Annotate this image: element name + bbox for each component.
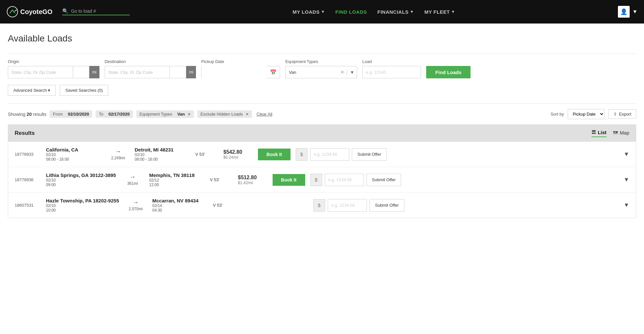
nav-financials[interactable]: FINANCIALS ▼ <box>377 9 414 15</box>
nav-my-loads[interactable]: MY LOADS ▼ <box>292 9 325 15</box>
equipment-wrap[interactable]: Van ✕ | ▼ <box>285 66 357 78</box>
load-dest-2: Mccarran, NV 89434 02/14 04:30 <box>152 198 208 213</box>
submit-offer-button-2[interactable]: Submit Offer <box>369 199 404 212</box>
find-loads-button[interactable]: Find Loads <box>426 66 471 78</box>
origin-group: Origin 100 mi <box>8 59 99 78</box>
origin-input-row: 100 mi <box>8 66 99 78</box>
offer-area-2: $ Submit Offer <box>313 199 618 212</box>
arrow-icon-0: → <box>115 148 121 155</box>
pickup-date-group: Pickup Date 02/10/2020 - 02/17/2020 📅 <box>201 59 280 78</box>
load-search-input[interactable] <box>71 8 130 14</box>
load-id-0: 18778933 <box>15 152 41 157</box>
submit-offer-button-1[interactable]: Submit Offer <box>367 174 401 186</box>
avatar[interactable]: 👤 <box>618 6 630 18</box>
results-header: Results ☰ List 🗺 Map <box>8 125 636 142</box>
saved-searches-button[interactable]: Saved Searches (0) <box>60 85 108 96</box>
load-row: 18778933 California, CA 02/10 08:00 - 16… <box>8 142 636 167</box>
origin-radius-input[interactable]: 100 <box>73 66 89 78</box>
map-view-button[interactable]: 🗺 Map <box>613 130 629 137</box>
equipment-clear-button[interactable]: ✕ <box>338 70 346 75</box>
results-title: Results <box>15 130 35 136</box>
load-row: 18607531 Hazle Township, PA 18202-9255 0… <box>8 193 636 218</box>
user-dropdown-button[interactable]: ▼ <box>632 9 637 15</box>
arrow-icon-2: → <box>133 199 139 206</box>
export-button[interactable]: ⇧ Export <box>608 109 636 119</box>
offer-area-0: $ Submit Offer <box>296 148 618 161</box>
page-title: Available Loads <box>8 33 636 44</box>
mid-divider <box>8 103 636 104</box>
navbar: CoyoteGO 🔍 MY LOADS ▼ FIND LOADS FINANCI… <box>0 0 644 24</box>
row-expand-1[interactable]: ▼ <box>623 176 629 183</box>
submit-offer-button-0[interactable]: Submit Offer <box>352 148 387 161</box>
nav-find-loads[interactable]: FIND LOADS <box>336 9 367 15</box>
date-input-wrap[interactable]: 02/10/2020 - 02/17/2020 📅 <box>201 66 280 78</box>
map-icon: 🗺 <box>613 130 618 135</box>
list-icon: ☰ <box>592 129 596 135</box>
pickup-date-label: Pickup Date <box>201 59 280 64</box>
advanced-search-button[interactable]: Advanced Search ▾ <box>8 85 56 96</box>
row-expand-2[interactable]: ▼ <box>623 202 629 209</box>
remove-equipment-filter[interactable]: ✕ <box>187 112 191 117</box>
origin-input[interactable] <box>8 66 73 78</box>
offer-input-2[interactable] <box>328 199 367 212</box>
load-id-2: 18607531 <box>15 203 41 208</box>
load-input[interactable] <box>362 66 421 78</box>
dest-radius-input[interactable]: 100 <box>170 66 186 78</box>
load-arrow-1: → 361mi <box>121 174 144 186</box>
main-content: Available Loads Origin 100 mi Destinatio… <box>0 24 644 228</box>
list-view-button[interactable]: ☰ List <box>592 129 607 137</box>
equipment-group: Equipment Types Van ✕ | ▼ <box>285 59 357 78</box>
nav-right: 👤 ▼ <box>618 6 637 18</box>
dest-radius-badge: mi <box>186 66 196 78</box>
offer-input-0[interactable] <box>310 148 349 161</box>
load-row: 18778936 Lithia Springs, GA 30122-3895 0… <box>8 167 636 193</box>
nav-my-fleet[interactable]: MY FLEET ▼ <box>424 9 455 15</box>
load-arrow-2: → 2,570mi <box>124 199 147 211</box>
top-divider <box>8 54 636 54</box>
financials-chevron: ▼ <box>410 9 414 14</box>
my-loads-chevron: ▼ <box>321 9 325 14</box>
dollar-icon-0: $ <box>296 148 307 161</box>
origin-label: Origin <box>8 59 99 64</box>
secondary-actions: Advanced Search ▾ Saved Searches (0) <box>8 85 636 96</box>
destination-input[interactable] <box>105 66 170 78</box>
results-container: Results ☰ List 🗺 Map 18778933 California… <box>8 124 636 218</box>
equipment-value: Van <box>286 70 338 75</box>
logo: CoyoteGO <box>7 6 52 18</box>
pickup-date-input[interactable]: 02/10/2020 - 02/17/2020 <box>202 66 267 78</box>
filter-bar: Showing 20 results From 02/10/2020 To 02… <box>8 109 636 119</box>
showing-text: Showing 20 results <box>8 112 46 117</box>
load-price-0: $542.80 $0.24/mi <box>223 149 253 160</box>
row-expand-0[interactable]: ▼ <box>623 151 629 158</box>
book-it-button-1[interactable]: Book It <box>273 174 305 186</box>
load-equip-1: V 53' <box>210 177 233 182</box>
offer-input-1[interactable] <box>325 174 364 186</box>
arrow-icon-1: → <box>130 174 136 181</box>
clear-all-button[interactable]: Clear All <box>257 112 272 117</box>
book-it-button-0[interactable]: Book It <box>258 149 291 160</box>
dollar-icon-2: $ <box>313 199 325 212</box>
load-group: Load <box>362 59 421 78</box>
dest-input-row: 100 mi <box>105 66 196 78</box>
sort-select[interactable]: Pickup Date <box>568 109 605 119</box>
load-origin-0: California, CA 02/10 08:00 - 16:00 <box>46 147 101 162</box>
filter-chip-from: From 02/10/2020 <box>50 110 92 118</box>
equipment-label: Equipment Types <box>285 59 357 64</box>
load-equip-2: V 53' <box>213 203 236 208</box>
load-label: Load <box>362 59 421 64</box>
filter-chip-equipment: Equipment Types Van ✕ <box>136 110 194 118</box>
svg-point-0 <box>7 7 18 17</box>
remove-hidden-filter[interactable]: ✕ <box>246 112 249 117</box>
my-fleet-chevron: ▼ <box>451 9 455 14</box>
filter-chip-hidden: Exclude Hidden Loads ✕ <box>197 110 252 118</box>
load-arrow-0: → 2,249mi <box>107 148 129 160</box>
load-origin-1: Lithia Springs, GA 30122-3895 02/10 09:0… <box>46 172 116 187</box>
filter-chip-to: To 02/17/2020 <box>96 110 133 118</box>
load-equip-0: V 53' <box>195 152 218 157</box>
load-origin-2: Hazle Township, PA 18202-9255 02/10 10:0… <box>46 198 119 213</box>
load-id-1: 18778936 <box>15 177 41 182</box>
nav-search[interactable]: 🔍 <box>62 8 130 15</box>
sort-area: Sort by Pickup Date ⇧ Export <box>550 109 636 119</box>
logo-text: CoyoteGO <box>20 8 52 16</box>
search-icon: 🔍 <box>62 8 68 14</box>
